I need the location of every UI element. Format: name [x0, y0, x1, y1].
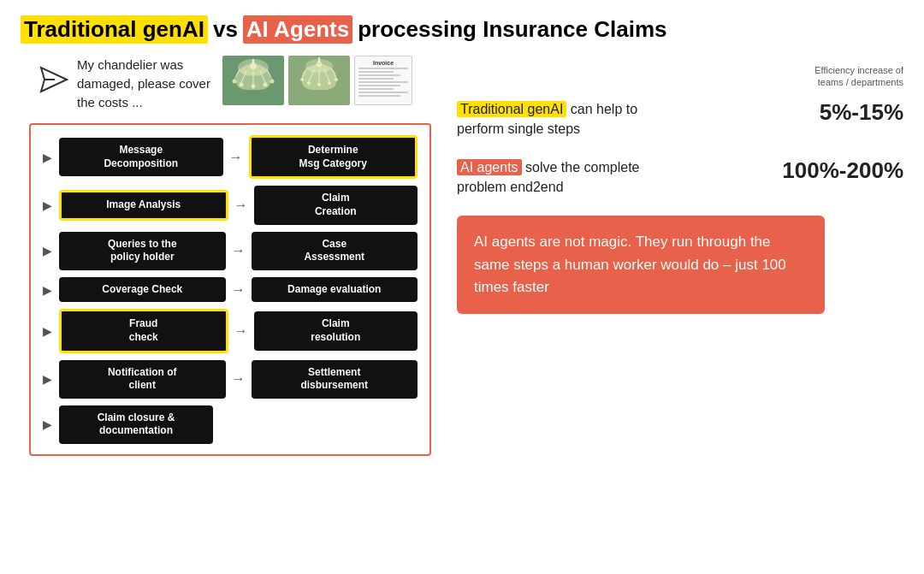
- send-icon: [38, 64, 68, 101]
- right-section: Efficiency increase of teams / departmen…: [431, 56, 903, 314]
- svg-point-12: [240, 83, 244, 87]
- flow-arrow-3: →: [232, 243, 246, 258]
- workflow-row-3: ▶ Queries to thepolicy holder → CaseAsse…: [43, 232, 418, 270]
- workflow-box: ▶ MessageDecomposition → DetermineMsg Ca…: [29, 123, 431, 456]
- svg-point-11: [233, 80, 237, 84]
- workflow-row-5: ▶ Fraudcheck → Claimresolution: [43, 309, 418, 352]
- flow-arrow-6: →: [232, 371, 246, 387]
- comparison-text-2: AI agents solve the completeproblem end2…: [457, 157, 765, 197]
- title-traditional-genai: Traditional genAI: [21, 15, 208, 44]
- svg-point-5: [250, 62, 257, 69]
- entry-arrow-5: ▶: [43, 324, 52, 338]
- traditional-genai-label-1: Traditional genAI: [457, 101, 566, 117]
- efficiency-col-2: 100%-200%: [782, 157, 903, 184]
- step-fraud-check: Fraudcheck: [59, 309, 228, 352]
- entry-arrow-4: ▶: [43, 283, 52, 297]
- entry-arrow-1: ▶: [43, 151, 52, 164]
- invoice-thumb: Invoice: [354, 56, 412, 105]
- flow-arrow-5: →: [234, 323, 248, 339]
- step-case-assessment: CaseAssessment: [252, 232, 418, 270]
- info-box: AI agents are not magic. They run throug…: [457, 216, 825, 314]
- chandelier-thumb-2: [288, 56, 350, 105]
- svg-point-15: [270, 80, 275, 84]
- svg-point-26: [307, 81, 311, 85]
- efficiency-value-1: 5%-15%: [784, 99, 903, 126]
- entry-arrow-7: ▶: [43, 417, 52, 431]
- workflow-row-1: ▶ MessageDecomposition → DetermineMsg Ca…: [43, 135, 418, 179]
- title-suffix: processing Insurance Claims: [358, 16, 666, 43]
- workflow-row-4: ▶ Coverage Check → Damage evaluation: [43, 277, 418, 303]
- step-settlement-disbursement: Settlementdisbursement: [252, 360, 418, 399]
- entry-arrow-3: ▶: [43, 244, 52, 257]
- entry-arrow-2: ▶: [43, 198, 52, 212]
- flow-arrow-1: →: [229, 150, 243, 165]
- message-area: My chandelier was damaged, please cover …: [21, 56, 431, 111]
- step-determine-msg-category: DetermineMsg Category: [249, 135, 418, 179]
- image-thumbnails: Invoice: [222, 56, 412, 105]
- step-claim-creation: ClaimCreation: [254, 186, 418, 224]
- step-image-analysis: Image Analysis: [59, 190, 228, 221]
- step-notification-client: Notification ofclient: [59, 360, 226, 399]
- chandelier-thumb-1: [222, 56, 284, 105]
- title-ai-agents: AI Agents: [243, 15, 352, 44]
- entry-arrow-6: ▶: [43, 372, 52, 386]
- step-claim-resolution: Claimresolution: [254, 311, 418, 350]
- step-damage-evaluation: Damage evaluation: [252, 277, 418, 303]
- workflow-row-6: ▶ Notification ofclient → Settlementdisb…: [43, 360, 418, 399]
- workflow-row-2: ▶ Image Analysis → ClaimCreation: [43, 186, 418, 224]
- ai-agents-label-2: AI agents: [457, 159, 522, 175]
- message-text: My chandelier was damaged, please cover …: [77, 56, 214, 111]
- title-vs: vs: [213, 16, 238, 43]
- svg-line-21: [309, 69, 314, 81]
- info-box-text: AI agents are not magic. They run throug…: [474, 234, 786, 295]
- svg-point-19: [317, 62, 323, 68]
- comparison-row-2: AI agents solve the completeproblem end2…: [457, 157, 903, 197]
- page-title: Traditional genAI vs AI Agents processin…: [21, 15, 903, 44]
- efficiency-col-1: 5%-15%: [784, 99, 903, 126]
- svg-point-28: [328, 81, 331, 85]
- flow-arrow-4: →: [232, 282, 246, 298]
- svg-line-7: [241, 71, 246, 83]
- step-queries-policy-holder: Queries to thepolicy holder: [59, 232, 226, 270]
- svg-point-25: [300, 78, 304, 81]
- efficiency-value-2: 100%-200%: [782, 157, 903, 184]
- svg-point-27: [317, 83, 321, 86]
- svg-point-29: [335, 78, 338, 81]
- comparison-row-1: Traditional genAI can help toperform sin…: [457, 99, 903, 139]
- svg-point-13: [252, 85, 256, 89]
- step-coverage-check: Coverage Check: [59, 277, 226, 303]
- efficiency-label: Efficiency increase of teams / departmen…: [814, 64, 903, 89]
- svg-line-23: [324, 69, 329, 81]
- flow-arrow-2: →: [234, 198, 248, 213]
- svg-line-9: [260, 71, 265, 83]
- step-claim-closure: Claim closure &documentation: [59, 405, 213, 444]
- left-section: My chandelier was damaged, please cover …: [21, 56, 431, 456]
- workflow-row-7: ▶ Claim closure &documentation: [43, 405, 418, 444]
- svg-point-14: [264, 83, 268, 87]
- comparison-text-1: Traditional genAI can help toperform sin…: [457, 99, 767, 139]
- step-message-decomposition: MessageDecomposition: [59, 138, 223, 176]
